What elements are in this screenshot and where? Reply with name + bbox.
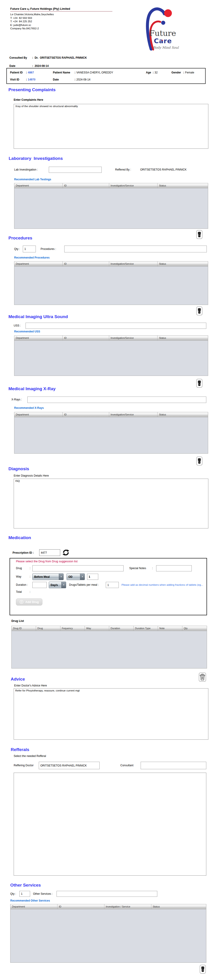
delete-other-services-rows-button[interactable] [200,965,206,974]
trash-icon [198,458,201,464]
company-email: E: jude@future.sc [10,24,112,27]
column-header-investigation: Investigation/Service [109,183,157,188]
consultation-date-value: 2024-08-14 [35,64,48,68]
refresh-icon [62,549,69,556]
drug-list-table: Drug ID Drug Fequency Way Duration Durat… [11,626,207,668]
way-qty-input[interactable] [87,574,98,580]
column-header-duration-type: Duration Type [133,626,158,631]
patient-gender-value: Female [185,71,194,74]
refferals-heading: Refferals [11,747,29,752]
per-meal-label: Drugs/Tablets per meal : [69,583,99,586]
per-meal-input[interactable] [106,582,119,588]
chevron-down-icon: ▼ [61,582,66,588]
refferal-list-box[interactable] [14,773,206,876]
way-label: Way [16,575,30,578]
xray-input[interactable] [27,396,206,403]
consultant-input[interactable] [141,762,206,769]
logo-blue-dot [161,21,165,25]
refresh-prescription-button[interactable] [62,549,69,557]
procedures-table-body [14,266,208,305]
procedures-row: Qty : Procedures : [14,245,208,253]
drug-list-table-header: Drug ID Drug Fequency Way Duration Durat… [11,626,207,631]
patient-id-field: Patient ID:4867 [10,71,53,75]
special-notes-input[interactable] [156,565,192,571]
uss-label: USS : [14,324,21,327]
column-header-status: Status [151,904,206,909]
duration-type-select[interactable]: Day/s ▼ [49,582,66,588]
lab-table: Department ID Investigation/Service Stat… [14,183,208,229]
other-services-qty-label: Qty : [10,892,16,896]
company-name: Future Care by Future Holdings (Pty) Lim… [10,7,112,11]
xray-table: Department ID Investigation/Service Stat… [14,412,208,453]
reffering-doctor-input[interactable] [39,762,100,769]
column-header-department: Department [14,183,63,188]
consultation-date-label: Date [10,64,32,68]
delete-procedures-rows-button[interactable] [196,307,202,315]
delete-uss-rows-button[interactable] [196,379,202,388]
recommended-other-services-label: Recommended Other Services [10,899,50,902]
advice-sublabel: Enter Doctor's Advice Here [14,684,47,687]
patient-age-field: Age:32 [146,71,172,75]
prescription-id-label: Prescription ID : [13,551,34,554]
duration-input[interactable] [32,582,47,588]
presenting-complaints-heading: Presenting Complaints [8,88,56,92]
reffered-by-label: Reffered By : [115,168,131,171]
patient-name-field: Patient Name:VANESSA CHERYL OREDDY [53,71,146,75]
total-row: Total: [10,590,207,595]
drug-suggestion-warning: Please select the Drug from Drug suggess… [16,560,77,563]
uss-input[interactable] [26,323,206,329]
heart-icon: ♥ [162,39,163,41]
consulted-by-value: Dr. ORITSETSETOS RAPHAEL PINNICK [35,56,87,59]
diagnosis-textarea[interactable]: ISQ [14,479,208,528]
drug-entry-box: Please select the Drug from Drug suggess… [10,558,207,615]
other-services-label: Other Services : [33,892,53,896]
complaints-textarea[interactable]: Xray of the shoulder showed no structura… [14,104,208,149]
delete-xray-rows-button[interactable] [196,457,202,465]
company-number: Company No.8417652-2 [10,27,112,30]
visit-date-value: 2024-08-14 [76,78,90,81]
lab-investigation-label: Lab Investingation : [14,168,38,171]
lab-table-body [14,188,208,229]
procedures-table: Department ID Investigation/Service Stat… [14,261,208,305]
patient-name-value: VANESSA CHERYL OREDDY [76,71,113,74]
frequency-select[interactable]: OD ▼ [67,573,85,580]
column-header-drug: Drug [36,626,60,631]
logo-red-dot [164,10,172,17]
advice-textarea[interactable]: Refer for Phsyiotherapy, reassure, conti… [14,688,208,740]
chevron-down-icon: ▼ [80,574,85,580]
reffering-doctor-label: Reffering Doctor [14,764,34,767]
plus-circle-icon [19,600,24,604]
column-header-id: ID [63,336,109,340]
column-header-qty: Qty [182,626,207,631]
meal-timing-select[interactable]: Before Meal ▼ [32,573,64,580]
consulted-by-label: Consulted By [10,56,32,59]
drug-input[interactable] [32,565,124,571]
column-header-id: ID [63,412,109,417]
column-header-status: Status [157,183,208,188]
diagnosis-sublabel: Enter Diagnosis Details Here [14,474,49,477]
column-header-department: Department [14,336,63,340]
prescription-id-input[interactable] [39,549,60,556]
add-drug-button[interactable]: Add Drug [16,598,42,606]
xray-table-body [14,417,208,453]
special-notes-label: Special Notes [129,566,152,570]
procedures-qty-input[interactable] [23,245,36,252]
column-header-department: Department [14,261,63,266]
lab-investigation-input[interactable] [49,167,102,173]
uss-table: Department ID Investigation/Service Stat… [14,336,208,376]
patient-age-value: 32 [154,71,157,74]
other-services-qty-input[interactable] [19,891,30,897]
column-header-investigation: Investigation/Service [109,261,157,266]
delete-lab-rows-button[interactable] [196,230,202,239]
company-phone-2: T: +24 84 225 252 [10,20,112,24]
ultrasound-heading: Medical Imaging Ultra Sound [8,314,68,319]
delete-drug-rows-button[interactable] [199,673,206,682]
column-header-id: ID [58,904,104,909]
column-header-status: Status [157,261,208,266]
advice-heading: Advice [11,677,25,682]
other-services-input[interactable] [56,891,157,897]
column-header-department: Department [14,412,63,417]
procedures-input[interactable] [64,245,207,252]
column-header-id: ID [63,183,109,188]
column-header-fequency: Fequency [60,626,85,631]
